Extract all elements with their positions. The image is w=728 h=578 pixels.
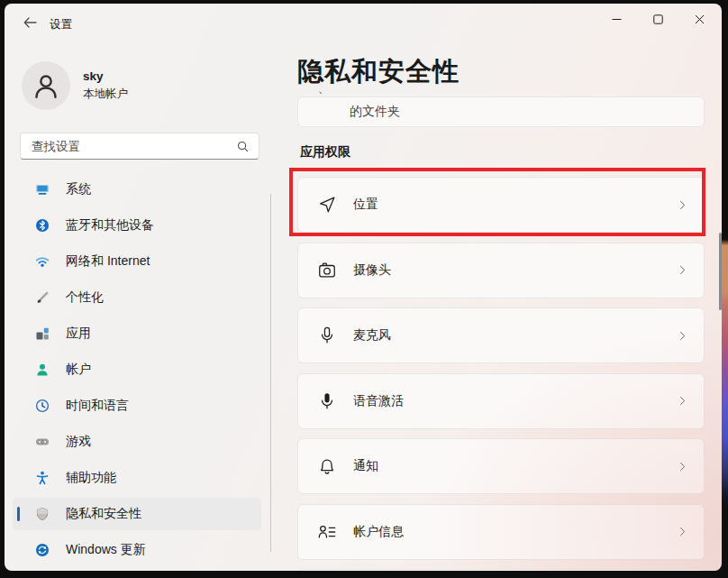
sidebar-item-bluetooth[interactable]: 蓝牙和其他设备 [13, 209, 261, 242]
chevron-right-icon [677, 264, 688, 276]
permission-label: 帐户信息 [353, 524, 404, 540]
time-language-icon [35, 399, 50, 413]
microphone-icon [317, 326, 337, 345]
permission-card-account-info[interactable]: 帐户信息 [297, 504, 705, 560]
back-button[interactable] [16, 11, 43, 34]
chevron-right-icon [677, 330, 688, 342]
sidebar-item-label: 应用 [66, 326, 91, 342]
permission-card-notifications[interactable]: 通知 [297, 438, 705, 494]
sidebar-item-windows-update[interactable]: Windows 更新 [13, 534, 261, 566]
camera-icon [317, 261, 337, 280]
privacy-shield-icon [35, 507, 50, 521]
clipped-text-fragment: 、 [318, 81, 329, 96]
chevron-right-icon [677, 526, 688, 537]
sidebar-item-label: Windows 更新 [66, 542, 146, 558]
window-controls [596, 4, 720, 34]
account-info-icon [317, 522, 337, 542]
apps-icon [35, 326, 50, 341]
permission-label: 摄像头 [353, 262, 391, 279]
permission-card-partial[interactable] [297, 569, 705, 571]
back-arrow-icon [23, 17, 37, 28]
voice-activation-icon [317, 391, 337, 411]
sidebar-item-label: 帐户 [66, 362, 91, 378]
windows-update-icon [35, 543, 50, 557]
sidebar-item-accounts[interactable]: 帐户 [13, 353, 261, 386]
sidebar-item-system[interactable]: 系统 [13, 173, 261, 206]
desktop-wallpaper-strip [721, 0, 728, 578]
permission-list: 位置 摄像头 麦克风 [297, 177, 705, 571]
sidebar-item-label: 隐私和安全性 [66, 506, 141, 522]
permission-card-voice-activation[interactable]: 语音激活 [297, 373, 705, 429]
sidebar-item-apps[interactable]: 应用 [13, 317, 261, 350]
sidebar-item-personalization[interactable]: 个性化 [13, 281, 261, 314]
accessibility-icon [35, 471, 50, 485]
search-icon [237, 141, 249, 152]
sidebar-item-label: 系统 [66, 181, 91, 197]
permission-card-microphone[interactable]: 麦克风 [297, 307, 705, 363]
titlebar: 设置 [5, 4, 722, 43]
close-button[interactable] [678, 4, 720, 34]
sidebar-item-label: 辅助功能 [66, 470, 116, 486]
avatar [22, 61, 70, 110]
bluetooth-icon [35, 218, 50, 233]
sidebar-item-label: 游戏 [66, 434, 91, 450]
sidebar-item-label: 时间和语言 [66, 398, 129, 414]
clipped-card-text: 的文件夹 [298, 104, 400, 120]
user-account-type: 本地帐户 [83, 87, 128, 102]
permission-label: 位置 [353, 197, 378, 213]
search-input[interactable] [21, 140, 237, 153]
window-title: 设置 [50, 17, 72, 32]
screenshot-root: 设置 sky 本地帐户 [0, 0, 728, 578]
sidebar-item-label: 蓝牙和其他设备 [66, 217, 154, 234]
section-title-app-permissions: 应用权限 [300, 144, 350, 161]
maximize-icon [653, 14, 663, 24]
settings-window: 设置 sky 本地帐户 [5, 4, 722, 571]
sidebar-scrollbar[interactable] [270, 194, 271, 552]
minimize-button[interactable] [596, 4, 637, 34]
gaming-icon [35, 435, 50, 449]
sidebar-item-accessibility[interactable]: 辅助功能 [13, 462, 261, 494]
permission-card-camera[interactable]: 摄像头 [297, 243, 705, 298]
sidebar-item-gaming[interactable]: 游戏 [13, 426, 261, 458]
user-name: sky [83, 69, 104, 83]
permission-label: 语音激活 [353, 393, 404, 409]
sidebar-item-label: 网络和 Internet [66, 253, 150, 270]
sidebar-item-privacy-security[interactable]: 隐私和安全性 [13, 498, 261, 530]
personalization-icon [35, 290, 50, 305]
close-icon [695, 14, 705, 24]
permission-card-location[interactable]: 位置 [297, 177, 705, 233]
sidebar-item-network[interactable]: 网络和 Internet [13, 245, 261, 278]
permission-label: 麦克风 [353, 327, 391, 344]
content-scrollbar-thumb[interactable] [719, 233, 722, 310]
sidebar-nav: 系统 蓝牙和其他设备 网络和 Internet 个性化 [13, 173, 261, 566]
bell-icon [317, 456, 337, 476]
network-icon [35, 254, 50, 269]
maximize-button[interactable] [637, 4, 678, 34]
system-icon [35, 182, 50, 197]
sidebar-item-label: 个性化 [66, 289, 104, 306]
location-arrow-icon [317, 195, 337, 215]
minimize-icon [612, 14, 622, 24]
clipped-setting-card[interactable]: 的文件夹 [297, 96, 705, 127]
person-icon [31, 70, 61, 101]
permission-label: 通知 [353, 458, 378, 474]
chevron-right-icon [677, 461, 688, 472]
chevron-right-icon [677, 395, 688, 407]
accounts-icon [35, 362, 50, 377]
chevron-right-icon [677, 199, 688, 211]
search-box [20, 133, 259, 160]
sidebar-item-time-language[interactable]: 时间和语言 [13, 390, 261, 422]
